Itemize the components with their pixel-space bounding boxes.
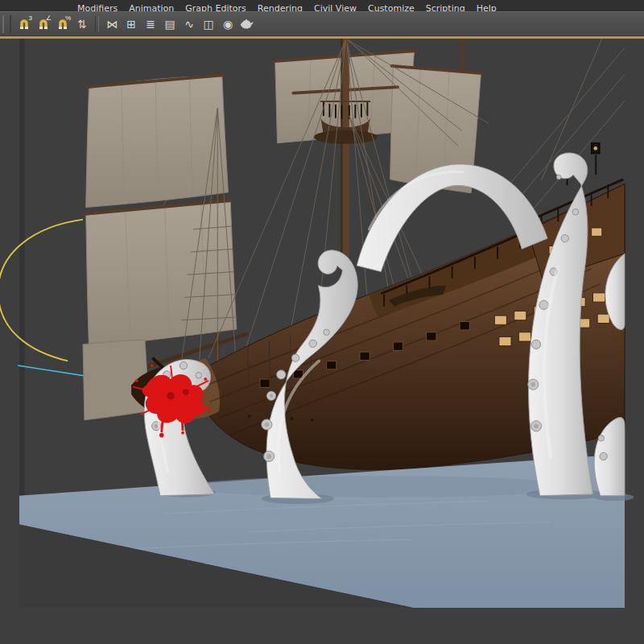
schematic-view-icon: ◫ (203, 19, 213, 30)
percent-snap-button[interactable]: % (54, 14, 72, 34)
menu-item-graph-editors[interactable]: Graph Editors (185, 5, 246, 11)
material-editor-button[interactable]: ◉ (219, 14, 237, 34)
menu-item-customize[interactable]: Customize (368, 5, 415, 11)
perspective-viewport[interactable] (0, 39, 644, 644)
curve-editor-button[interactable]: ∿ (180, 14, 198, 34)
mirror-button[interactable]: ⋈ (103, 14, 121, 34)
ribbon-toggle-button[interactable]: ▤ (161, 14, 179, 34)
layer-manager-button[interactable]: ≣ (142, 14, 159, 34)
snap-mode-badge: 3 (29, 15, 32, 22)
align-button[interactable]: ⊞ (122, 14, 140, 34)
ribbon-icon: ▤ (164, 19, 175, 30)
angle-snap-button[interactable]: ∠ (35, 14, 52, 34)
spinner-snap-icon: ⇅ (77, 19, 87, 30)
percent-snap-badge: % (65, 15, 71, 22)
align-icon: ⊞ (126, 19, 136, 30)
material-editor-icon: ◉ (223, 19, 233, 30)
curve-editor-icon: ∿ (184, 19, 194, 30)
main-toolbar: 3 ∠ % ⇅ ⋈ ⊞ ≣ (0, 11, 644, 36)
mirror-icon: ⋈ (106, 19, 118, 30)
layer-manager-icon: ≣ (146, 19, 155, 30)
menu-item-help[interactable]: Help (477, 5, 497, 11)
render-setup-button[interactable] (238, 14, 256, 34)
schematic-view-button[interactable]: ◫ (200, 14, 217, 34)
snap-toggle-button[interactable]: 3 (15, 14, 33, 34)
menu-item-civil-view[interactable]: Civil View (314, 5, 357, 11)
menu-item-scripting[interactable]: Scripting (426, 5, 465, 11)
toolbar-grip[interactable] (2, 15, 11, 33)
menu-item-modifiers[interactable]: Modifiers (77, 5, 118, 11)
fore-lower-sail[interactable] (86, 201, 237, 347)
menu-item-rendering[interactable]: Rendering (258, 5, 303, 11)
teapot-render-icon (240, 18, 254, 30)
spinner-snap-button[interactable]: ⇅ (73, 14, 91, 34)
menu-item-animation[interactable]: Animation (129, 5, 174, 11)
viewport-canvas[interactable] (0, 39, 644, 644)
angle-snap-badge: ∠ (46, 15, 52, 22)
application-window: Modifiers Animation Graph Editors Render… (0, 0, 644, 644)
menu-bar: Modifiers Animation Graph Editors Render… (0, 0, 644, 11)
toolbar-separator (95, 16, 99, 32)
